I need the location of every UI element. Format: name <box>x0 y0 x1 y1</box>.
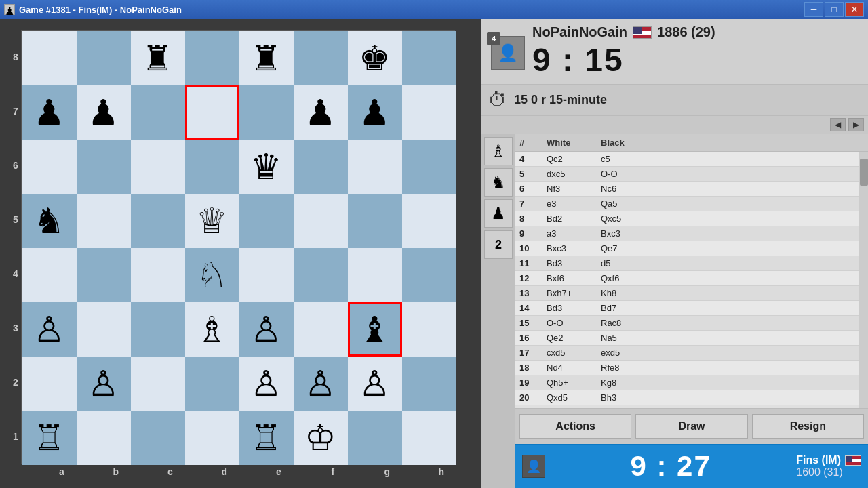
square-a4[interactable] <box>22 248 77 302</box>
move-row-15[interactable]: 15 O-O Rac8 <box>515 316 859 331</box>
square-b8[interactable] <box>77 31 131 85</box>
move-row-13[interactable]: 13 Bxh7+ Kh8 <box>515 286 859 301</box>
square-a1[interactable]: ♖ <box>22 411 77 465</box>
move-white[interactable]: e3 <box>542 197 597 210</box>
move-black[interactable]: O-O <box>597 167 651 180</box>
move-white[interactable]: Nd4 <box>542 361 597 374</box>
move-white[interactable]: Bd3 <box>542 302 597 314</box>
move-white[interactable]: Bxc3 <box>542 242 597 255</box>
square-f7[interactable]: ♟ <box>294 85 348 140</box>
square-g8[interactable]: ♚ <box>348 31 402 85</box>
move-row-14[interactable]: 14 Bd3 Bd7 <box>515 301 859 316</box>
square-c3[interactable] <box>131 302 185 357</box>
square-h2[interactable] <box>402 357 456 411</box>
move-row-17[interactable]: 17 cxd5 exd5 <box>515 346 859 361</box>
move-black[interactable]: Qxc5 <box>597 212 651 225</box>
move-white[interactable]: a3 <box>542 227 597 240</box>
square-a5[interactable]: ♞ <box>22 194 77 248</box>
move-black[interactable]: Rfe8 <box>597 361 651 374</box>
square-d2[interactable] <box>185 357 239 411</box>
move-row-18[interactable]: 18 Nd4 Rfe8 <box>515 361 859 375</box>
square-f5[interactable] <box>294 194 348 248</box>
square-g5[interactable] <box>348 194 402 248</box>
resign-button[interactable]: Resign <box>752 414 864 439</box>
square-g2[interactable]: ♙ <box>348 357 402 411</box>
move-white[interactable]: dxc5 <box>542 167 597 180</box>
move-black[interactable]: d5 <box>597 257 651 270</box>
square-c5[interactable] <box>131 194 185 248</box>
piece-nav-knight[interactable]: ♞ <box>484 168 513 197</box>
square-b1[interactable] <box>77 411 131 465</box>
square-e4[interactable] <box>239 248 294 302</box>
move-row-4[interactable]: 4 Qc2 c5 <box>515 152 859 167</box>
square-a7[interactable]: ♟ <box>22 85 77 140</box>
square-d5[interactable]: ♕ <box>185 194 239 248</box>
square-d8[interactable] <box>185 31 239 85</box>
nav-left-button[interactable]: ◀ <box>830 118 846 131</box>
move-row-16[interactable]: 16 Qe2 Na5 <box>515 331 859 346</box>
move-black[interactable]: Kg8 <box>597 376 651 389</box>
move-white[interactable]: Qh5+ <box>542 376 597 389</box>
move-black[interactable]: Kh8 <box>597 287 651 300</box>
square-g3[interactable]: ♝ <box>348 302 402 357</box>
square-b6[interactable] <box>77 140 131 194</box>
square-g7[interactable]: ♟ <box>348 85 402 140</box>
move-row-9[interactable]: 9 a3 Bxc3 <box>515 226 859 241</box>
close-button[interactable]: ✕ <box>845 2 864 17</box>
square-f8[interactable] <box>294 31 348 85</box>
square-g1[interactable] <box>348 411 402 465</box>
square-e2[interactable]: ♙ <box>239 357 294 411</box>
move-row-20[interactable]: 20 Qxd5 Bh3 <box>515 390 859 405</box>
square-e7[interactable] <box>239 85 294 140</box>
move-white[interactable]: Qc2 <box>542 152 597 165</box>
square-h5[interactable] <box>402 194 456 248</box>
move-white[interactable]: Bxf6 <box>542 272 597 285</box>
scrollbar-thumb[interactable] <box>860 159 868 186</box>
square-d7[interactable] <box>185 85 239 140</box>
move-black[interactable]: Bxc3 <box>597 227 651 240</box>
square-d6[interactable] <box>185 140 239 194</box>
square-c8[interactable]: ♜ <box>131 31 185 85</box>
move-white[interactable]: O-O <box>542 317 597 329</box>
piece-nav-pawn[interactable]: ♟ <box>484 199 513 228</box>
actions-button[interactable]: Actions <box>519 414 631 439</box>
square-f3[interactable] <box>294 302 348 357</box>
square-b5[interactable] <box>77 194 131 248</box>
square-h8[interactable] <box>402 31 456 85</box>
maximize-button[interactable]: □ <box>825 2 844 17</box>
square-a2[interactable] <box>22 357 77 411</box>
draw-button[interactable]: Draw <box>635 414 747 439</box>
square-c1[interactable] <box>131 411 185 465</box>
square-f1[interactable]: ♔ <box>294 411 348 465</box>
scrollbar-track[interactable] <box>859 152 868 408</box>
move-white[interactable]: Bd2 <box>542 212 597 225</box>
square-d3[interactable]: ♗ <box>185 302 239 357</box>
move-black[interactable]: Na5 <box>597 331 651 344</box>
square-h3[interactable] <box>402 302 456 357</box>
piece-nav-num[interactable]: 2 <box>484 230 513 259</box>
square-a6[interactable] <box>22 140 77 194</box>
square-c4[interactable] <box>131 248 185 302</box>
square-b2[interactable]: ♙ <box>77 357 131 411</box>
square-g6[interactable] <box>348 140 402 194</box>
square-f2[interactable]: ♙ <box>294 357 348 411</box>
square-e5[interactable] <box>239 194 294 248</box>
square-h4[interactable] <box>402 248 456 302</box>
square-d1[interactable] <box>185 411 239 465</box>
square-e8[interactable]: ♜ <box>239 31 294 85</box>
move-row-10[interactable]: 10 Bxc3 Qe7 <box>515 241 859 256</box>
square-b7[interactable]: ♟ <box>77 85 131 140</box>
move-white[interactable]: cxd5 <box>542 346 597 359</box>
move-black[interactable]: Qa5 <box>597 197 651 210</box>
move-black[interactable]: Qe7 <box>597 242 651 255</box>
square-c6[interactable] <box>131 140 185 194</box>
move-white[interactable]: Qxd5 <box>542 391 597 404</box>
square-h6[interactable] <box>402 140 456 194</box>
move-black[interactable]: Nc6 <box>597 182 651 195</box>
move-row-19[interactable]: 19 Qh5+ Kg8 <box>515 375 859 390</box>
square-b3[interactable] <box>77 302 131 357</box>
square-e1[interactable]: ♖ <box>239 411 294 465</box>
minimize-button[interactable]: ─ <box>804 2 823 17</box>
move-black[interactable]: Rac8 <box>597 317 651 329</box>
square-a3[interactable]: ♙ <box>22 302 77 357</box>
